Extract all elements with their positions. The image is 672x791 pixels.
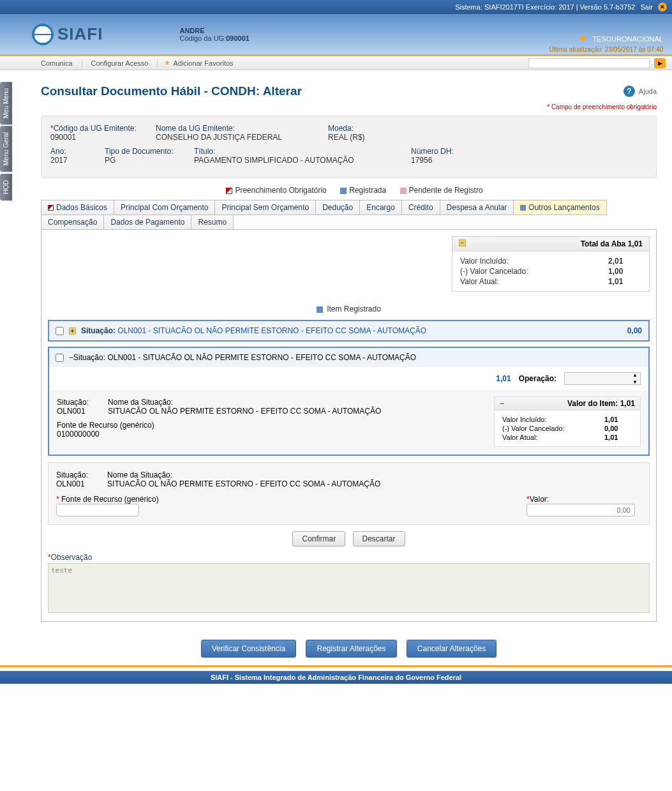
tab-credito[interactable]: Crédito — [401, 200, 440, 215]
cancelar-alteracoes-button[interactable]: Cancelar Alterações — [407, 640, 497, 658]
situacao-1-link[interactable]: OLN001 - SITUACÃO OL NÃO PERMITE ESTORNO… — [117, 326, 426, 335]
tab-principal-sem-orcamento[interactable]: Principal Sem Orçamento — [214, 200, 316, 215]
side-tab-menu-geral[interactable]: Menu Geral — [0, 126, 12, 172]
collapse-icon[interactable]: − — [459, 239, 466, 246]
total-cancelado-label: (-) Valor Cancelado: — [460, 267, 602, 276]
legend-required: Preenchimento Obrigatório — [235, 186, 326, 195]
numero-dh-value: 17956 — [411, 156, 454, 165]
situacao-2-link[interactable]: OLN001 - SITUACÃO OL NÃO PERMITE ESTORNO… — [107, 353, 416, 362]
user-name: ANDRE — [179, 27, 204, 34]
verificar-consistencia-button[interactable]: Verificar Consistência — [201, 640, 296, 658]
last-update: Última atualização: 23/05/2017 às 07:40 — [549, 46, 663, 53]
tipo-value: PG — [105, 156, 194, 165]
operacao-label: Operação: — [519, 374, 556, 383]
observacao-textarea[interactable]: teste — [48, 563, 650, 613]
ug-emitente-label: Código da UG Emitente: — [54, 124, 137, 133]
logo-icon — [32, 24, 54, 45]
tab-encargo[interactable]: Encargo — [359, 200, 402, 215]
operacao-spinner[interactable]: ▲ ▼ — [564, 372, 641, 385]
tab-dados-pagamento[interactable]: Dados de Pagamento — [103, 215, 191, 230]
tab-dados-basicos[interactable]: Dados Básicos — [41, 200, 114, 215]
tab-body: − Total da Aba 1,01 Valor Incluído:2,01 … — [41, 229, 657, 622]
situacao-1-checkbox[interactable] — [56, 327, 64, 335]
situacao-1-label: Situação: — [81, 326, 116, 335]
descartar-button[interactable]: Descartar — [353, 531, 405, 546]
close-icon[interactable]: ✕ — [658, 3, 667, 11]
tab-resumo[interactable]: Resumo — [191, 215, 234, 230]
side-tab-meu-menu[interactable]: Meu Menu — [0, 82, 12, 124]
valor-input[interactable] — [526, 504, 635, 516]
confirmar-button[interactable]: Confirmar — [292, 531, 345, 546]
nome-ug-value: CONSELHO DA JUSTIÇA FEDERAL — [156, 133, 328, 142]
situacao-row-1[interactable]: + Situação: OLN001 - SITUACÃO OL NÃO PER… — [48, 320, 650, 342]
required-note: * Campo de preenchimento obrigatório — [41, 103, 657, 110]
nome-sit-value: SITUACÃO OL NÃO PERMITE ESTORNO - EFEITO… — [108, 407, 381, 416]
vi-cancelado-value: 0,00 — [604, 425, 632, 432]
total-head-label: Total da Aba — [581, 239, 626, 248]
situacao-1-value: 0,00 — [627, 326, 642, 335]
side-tab-hod[interactable]: HOD — [0, 174, 12, 200]
tabs-row-1: Dados Básicos Principal Com Orçamento Pr… — [41, 200, 657, 215]
search-go-button[interactable]: ▶ — [654, 58, 666, 68]
help-link[interactable]: ? Ajuda — [623, 86, 657, 97]
total-atual-value: 1,01 — [603, 277, 641, 286]
system-label: Sistema: SIAFI2017TI Exercício: 2017 | V… — [455, 3, 635, 11]
item-registrado-legend: Item Registrado — [48, 305, 650, 313]
tab-principal-com-orcamento[interactable]: Principal Com Orçamento — [114, 200, 215, 215]
titulo-label: Título: — [194, 147, 411, 156]
item-registered-icon — [317, 306, 323, 313]
menu-comunica[interactable]: Comunica — [32, 59, 82, 67]
tab-compensacao[interactable]: Compensação — [41, 215, 104, 230]
entry-valor-label: Valor: — [530, 495, 549, 504]
vi-incluido-label: Valor Incluído: — [502, 416, 603, 423]
help-icon: ? — [623, 86, 635, 97]
logo: SIAFI — [32, 24, 103, 45]
ano-value: 2017 — [50, 156, 105, 165]
vi-atual-value: 1,01 — [604, 433, 632, 441]
tab-despesa-anular[interactable]: Despesa a Anular — [440, 200, 514, 215]
menu-configurar-acesso[interactable]: Configurar Acesso — [82, 59, 158, 67]
situacao-2-subvalue: 1,01 — [496, 374, 511, 383]
sair-link[interactable]: Sair — [640, 3, 653, 11]
valor-item-box: − Valor do Item: 1,01 Valor Incluído:1,0… — [494, 396, 641, 447]
tipo-label: Tipo de Documento: — [105, 147, 194, 156]
vi-cancelado-label: (-) Valor Cancelado: — [502, 425, 603, 432]
total-incluido-label: Valor Incluído: — [460, 257, 602, 266]
nome-sit-label: Nome da Situação: — [108, 398, 381, 407]
legend-row: Preenchimento Obrigatório Registrada Pen… — [41, 186, 657, 195]
expand-icon[interactable]: + — [69, 328, 76, 335]
vi-atual-label: Valor Atual: — [502, 433, 603, 441]
menu-adicionar-favoritos[interactable]: Adicionar Favoritos — [173, 59, 233, 67]
tabs-row-2: Compensação Dados de Pagamento Resumo — [41, 215, 657, 229]
fonte-recurso-input[interactable] — [56, 504, 139, 516]
entry-fonte-label: Fonte de Recurso (genérico) — [61, 495, 159, 504]
header-user: ANDRE Código da UG:090001 — [179, 27, 249, 42]
entry-box: Situação:OLN001 Nome da Situação:SITUACÃ… — [48, 462, 650, 525]
collapse-icon[interactable]: − — [69, 353, 73, 362]
star-icon: ★ — [164, 59, 170, 67]
total-head-value: 1,01 — [628, 239, 643, 248]
tab-outros-lancamentos[interactable]: Outros Lançamentos — [513, 200, 606, 215]
tesouro-brand: ✦ TESOURONACIONAL — [577, 31, 663, 47]
entry-sit-value: OLN001 — [56, 479, 88, 488]
registrar-alteracoes-button[interactable]: Registrar Alterações — [306, 640, 396, 658]
moeda-label: Moeda: — [328, 124, 365, 133]
valor-item-head-label: Valor do Item: — [567, 399, 618, 408]
menu-bar: Comunica Configurar Acesso ★ Adicionar F… — [0, 56, 672, 70]
legend-registered: Registrada — [349, 186, 386, 195]
tab-deducao[interactable]: Dedução — [315, 200, 360, 215]
numero-dh-label: Número DH: — [411, 147, 454, 156]
help-label: Ajuda — [639, 87, 657, 95]
titulo-value: PAGAMENTO SIMPLIFICADO - AUTOMAÇÃO — [194, 156, 411, 165]
vi-incluido-value: 1,01 — [604, 416, 632, 423]
total-atual-label: Valor Atual: — [460, 277, 602, 286]
valor-item-head-value: 1,01 — [620, 399, 635, 408]
nome-ug-label: Nome da UG Emitente: — [156, 124, 328, 133]
ano-label: Ano: — [50, 147, 105, 156]
search-input[interactable] — [528, 58, 650, 68]
header: SIAFI ANDRE Código da UG:090001 ✦ TESOUR… — [0, 14, 672, 54]
collapse-icon[interactable]: − — [500, 399, 504, 408]
entry-nome-value: SITUACÃO OL NÃO PERMITE ESTORNO - EFEITO… — [107, 479, 380, 488]
sit-label: Situação: — [57, 398, 89, 407]
situacao-2-checkbox[interactable] — [56, 354, 64, 362]
